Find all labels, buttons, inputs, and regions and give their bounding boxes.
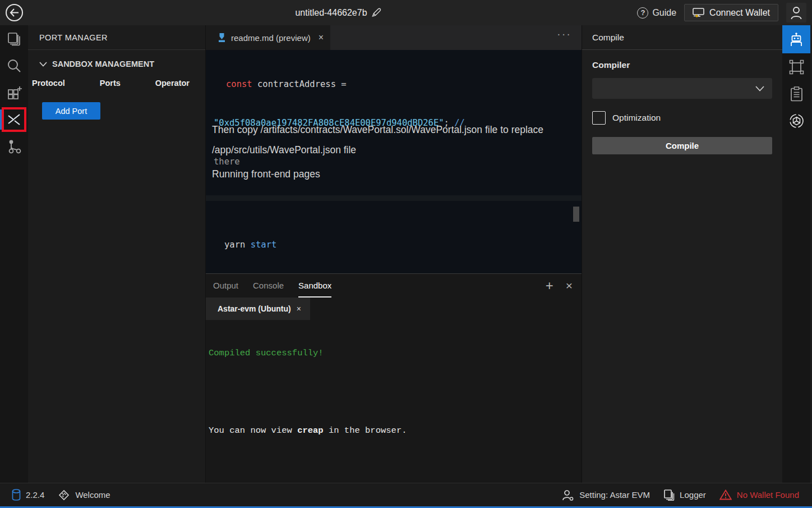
markdown-preview-icon xyxy=(217,33,227,42)
compile-panel: Compile Compiler Optimization Compile xyxy=(582,25,782,483)
editor-scrollbar-thumb[interactable] xyxy=(573,207,579,222)
remote-terminal-icon xyxy=(7,113,21,126)
welcome-item[interactable]: Welcome xyxy=(54,489,114,501)
version-label: 2.2.4 xyxy=(26,490,44,500)
more-actions-icon[interactable]: ··· xyxy=(557,28,571,40)
openai-icon xyxy=(789,113,804,129)
compile-panel-title: Compile xyxy=(582,25,782,50)
close-panel-icon[interactable]: × xyxy=(566,279,573,292)
guide-label: Guide xyxy=(652,8,676,18)
optimization-row: Optimization xyxy=(592,111,772,125)
markdown-preview: const contractAddress = "0xd5f08a0ae1974… xyxy=(206,50,582,273)
terminal-line xyxy=(209,386,579,399)
chainide-app: untitled-44662e7b ? Guide Connect Wallet xyxy=(0,0,812,508)
panel-tabbar: Output Console Sandbox + × xyxy=(206,274,582,298)
help-icon: ? xyxy=(637,7,648,19)
activity-clipboard-icon[interactable] xyxy=(782,80,810,107)
activity-robot-icon[interactable] xyxy=(782,25,810,53)
port-table-header: Protocol Ports Operator xyxy=(28,76,205,90)
statusbar-left: 2.2.4 Welcome xyxy=(8,489,114,501)
logger-icon xyxy=(663,489,675,501)
tab-close-icon[interactable]: × xyxy=(319,33,324,43)
tab-readme[interactable]: readme.md (preview) × xyxy=(206,25,330,50)
terminal-line xyxy=(209,463,579,476)
titlebar: untitled-44662e7b ? Guide Connect Wallet xyxy=(0,0,812,25)
section-label: SANDBOX MANAGEMENT xyxy=(52,60,154,68)
panel-actions: + × xyxy=(546,274,573,298)
git-branch-icon xyxy=(7,139,21,154)
wallet-icon xyxy=(693,8,704,18)
code-line: const contractAddress = xyxy=(214,78,574,91)
code-block-yarn-start: yarn start xyxy=(206,195,582,273)
tab-output[interactable]: Output xyxy=(213,274,238,298)
terminal-output[interactable]: Compiled successfully! You can now view … xyxy=(206,320,582,508)
activity-sandbox-icon[interactable] xyxy=(0,79,28,106)
edit-title-icon[interactable] xyxy=(372,8,381,17)
connect-wallet-label: Connect Wallet xyxy=(709,8,770,18)
editor-column: readme.md (preview) × ··· const contract… xyxy=(206,25,582,483)
tab-console[interactable]: Console xyxy=(253,274,284,298)
welcome-label: Welcome xyxy=(75,490,110,500)
bottom-panel: Output Console Sandbox + × Astar-evm (Ub… xyxy=(206,273,582,508)
warning-icon xyxy=(719,489,732,500)
back-button[interactable] xyxy=(6,4,23,21)
grid-plus-icon xyxy=(7,85,22,100)
connect-wallet-button[interactable]: Connect Wallet xyxy=(684,4,778,21)
activity-scene-icon[interactable] xyxy=(782,53,810,80)
logger-label: Logger xyxy=(680,490,706,500)
col-protocol: Protocol xyxy=(32,79,65,88)
activity-files-icon[interactable] xyxy=(0,25,28,52)
setting-item[interactable]: Setting: Astar EVM xyxy=(558,489,654,501)
code-line: yarn start xyxy=(224,239,563,251)
compiler-label: Compiler xyxy=(592,60,772,70)
subtab-close-icon[interactable]: × xyxy=(297,304,301,313)
main-area: PORT MANAGER SANDBOX MANAGEMENT Protocol… xyxy=(0,25,812,483)
compile-button[interactable]: Compile xyxy=(592,137,772,154)
activity-git-icon[interactable] xyxy=(0,133,28,160)
person-icon xyxy=(791,6,802,20)
search-icon xyxy=(7,58,21,73)
markdown-paragraph: Then copy /artifacts/contracts/WavePorta… xyxy=(212,120,565,161)
sidebar-title: PORT MANAGER xyxy=(28,25,205,50)
project-title: untitled-44662e7b xyxy=(295,8,367,18)
logger-item[interactable]: Logger xyxy=(659,489,710,501)
statusbar: 2.2.4 Welcome Setting: Astar EVM xyxy=(0,483,812,508)
activity-openai-icon[interactable] xyxy=(782,107,810,134)
titlebar-actions: ? Guide Connect Wallet xyxy=(637,0,806,25)
person-settings-icon xyxy=(562,489,574,501)
project-title-group: untitled-44662e7b xyxy=(295,0,381,25)
version-item[interactable]: 2.2.4 xyxy=(8,489,48,501)
active-indicator xyxy=(0,109,2,130)
tab-label: readme.md (preview) xyxy=(231,33,311,43)
files-icon xyxy=(7,31,21,46)
wallet-warning-item[interactable]: No Wallet Found xyxy=(716,489,803,500)
terminal-subtab-row: Astar-evm (Ubuntu) × xyxy=(206,298,582,320)
col-ports: Ports xyxy=(100,79,121,88)
guide-button[interactable]: ? Guide xyxy=(637,7,676,19)
arrow-left-icon xyxy=(10,8,19,17)
setting-label: Setting: Astar EVM xyxy=(579,490,650,500)
robot-icon xyxy=(789,32,804,47)
tab-sandbox[interactable]: Sandbox xyxy=(298,274,331,298)
col-operator: Operator xyxy=(155,79,190,88)
subtab-astar-evm[interactable]: Astar-evm (Ubuntu) × xyxy=(206,298,310,320)
compiler-select[interactable] xyxy=(592,78,772,99)
object-frame-icon xyxy=(789,60,804,75)
subtab-label: Astar-evm (Ubuntu) xyxy=(218,304,291,313)
activity-port-manager-icon[interactable] xyxy=(2,107,26,132)
terminal-line: Compiled successfully! xyxy=(209,347,579,360)
left-activity-bar xyxy=(0,25,28,483)
profile-button[interactable] xyxy=(786,3,806,22)
port-manager-sidebar: PORT MANAGER SANDBOX MANAGEMENT Protocol… xyxy=(28,25,206,483)
markdown-heading: Running front-end pages xyxy=(212,168,320,180)
database-icon xyxy=(12,489,21,501)
activity-search-icon[interactable] xyxy=(0,52,28,79)
optimization-label: Optimization xyxy=(612,113,661,123)
clipboard-icon xyxy=(790,86,803,102)
optimization-checkbox[interactable] xyxy=(592,111,606,125)
right-activity-bar xyxy=(782,25,810,483)
add-terminal-icon[interactable]: + xyxy=(546,278,553,294)
sandbox-management-section[interactable]: SANDBOX MANAGEMENT xyxy=(28,50,205,76)
statusbar-right: Setting: Astar EVM Logger No Wallet Foun… xyxy=(558,489,803,501)
add-port-button[interactable]: Add Port xyxy=(42,102,100,120)
